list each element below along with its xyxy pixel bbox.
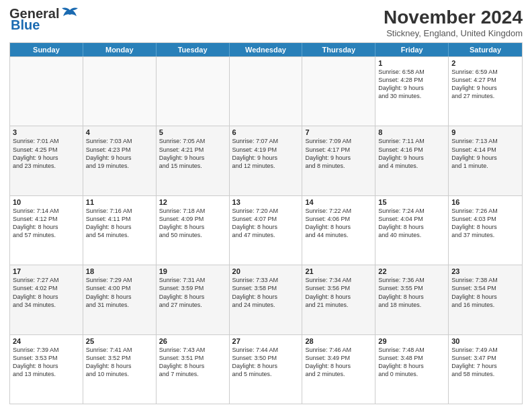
cal-cell-empty-1	[83, 57, 157, 126]
cell-info: Sunrise: 7:01 AM Sunset: 4:25 PM Dayligh…	[13, 137, 80, 170]
day-number: 8	[378, 128, 445, 136]
cell-info: Sunrise: 6:59 AM Sunset: 4:27 PM Dayligh…	[451, 68, 519, 101]
day-number: 3	[13, 128, 80, 136]
cal-cell-16: 16Sunrise: 7:26 AM Sunset: 4:03 PM Dayli…	[449, 196, 522, 265]
cell-info: Sunrise: 7:20 AM Sunset: 4:07 PM Dayligh…	[232, 207, 300, 240]
calendar-body: 1Sunrise: 6:58 AM Sunset: 4:28 PM Daylig…	[10, 56, 522, 404]
cal-cell-12: 12Sunrise: 7:18 AM Sunset: 4:09 PM Dayli…	[157, 196, 230, 265]
logo: General Blue	[9, 7, 79, 33]
day-number: 7	[305, 128, 372, 136]
cal-cell-11: 11Sunrise: 7:16 AM Sunset: 4:11 PM Dayli…	[83, 196, 157, 265]
day-number: 23	[451, 267, 519, 275]
cell-info: Sunrise: 7:49 AM Sunset: 3:47 PM Dayligh…	[451, 346, 519, 379]
cell-info: Sunrise: 7:29 AM Sunset: 4:00 PM Dayligh…	[86, 276, 153, 309]
cal-cell-24: 24Sunrise: 7:39 AM Sunset: 3:53 PM Dayli…	[10, 335, 83, 404]
location: Stickney, England, United Kingdom	[384, 28, 523, 38]
day-number: 14	[305, 198, 372, 206]
calendar-row-2: 10Sunrise: 7:14 AM Sunset: 4:12 PM Dayli…	[10, 195, 522, 265]
calendar-row-1: 3Sunrise: 7:01 AM Sunset: 4:25 PM Daylig…	[10, 126, 522, 195]
logo-blue: Blue	[11, 17, 40, 33]
cal-cell-25: 25Sunrise: 7:41 AM Sunset: 3:52 PM Dayli…	[83, 335, 157, 404]
cal-cell-5: 5Sunrise: 7:05 AM Sunset: 4:21 PM Daylig…	[157, 126, 230, 195]
cell-info: Sunrise: 7:46 AM Sunset: 3:49 PM Dayligh…	[305, 346, 372, 379]
calendar-row-4: 24Sunrise: 7:39 AM Sunset: 3:53 PM Dayli…	[10, 334, 522, 404]
cal-cell-23: 23Sunrise: 7:38 AM Sunset: 3:54 PM Dayli…	[449, 265, 522, 334]
day-number: 17	[13, 267, 80, 275]
cal-cell-empty-4	[302, 57, 375, 126]
day-number: 1	[378, 59, 445, 67]
cell-info: Sunrise: 7:03 AM Sunset: 4:23 PM Dayligh…	[86, 137, 153, 170]
cal-cell-empty-3	[230, 57, 303, 126]
cal-cell-20: 20Sunrise: 7:33 AM Sunset: 3:58 PM Dayli…	[230, 265, 303, 334]
month-title: November 2024	[384, 7, 523, 28]
calendar-row-0: 1Sunrise: 6:58 AM Sunset: 4:28 PM Daylig…	[10, 56, 522, 126]
cal-cell-empty-0	[10, 57, 83, 126]
day-number: 27	[232, 337, 300, 345]
cal-cell-26: 26Sunrise: 7:43 AM Sunset: 3:51 PM Dayli…	[157, 335, 230, 404]
cal-cell-4: 4Sunrise: 7:03 AM Sunset: 4:23 PM Daylig…	[83, 126, 157, 195]
cell-info: Sunrise: 7:31 AM Sunset: 3:59 PM Dayligh…	[159, 276, 226, 309]
cell-info: Sunrise: 7:43 AM Sunset: 3:51 PM Dayligh…	[159, 346, 226, 379]
calendar-row-3: 17Sunrise: 7:27 AM Sunset: 4:02 PM Dayli…	[10, 265, 522, 334]
day-number: 11	[86, 198, 153, 206]
calendar: SundayMondayTuesdayWednesdayThursdayFrid…	[9, 42, 523, 404]
cal-cell-27: 27Sunrise: 7:44 AM Sunset: 3:50 PM Dayli…	[230, 335, 303, 404]
day-number: 21	[305, 267, 372, 275]
day-number: 9	[451, 128, 519, 136]
day-header-sunday: Sunday	[10, 43, 83, 56]
day-number: 19	[159, 267, 226, 275]
cal-cell-13: 13Sunrise: 7:20 AM Sunset: 4:07 PM Dayli…	[230, 196, 303, 265]
cal-cell-21: 21Sunrise: 7:34 AM Sunset: 3:56 PM Dayli…	[302, 265, 375, 334]
day-number: 2	[451, 59, 519, 67]
cal-cell-6: 6Sunrise: 7:07 AM Sunset: 4:19 PM Daylig…	[230, 126, 303, 195]
cell-info: Sunrise: 7:16 AM Sunset: 4:11 PM Dayligh…	[86, 207, 153, 240]
day-number: 10	[13, 198, 80, 206]
cal-cell-10: 10Sunrise: 7:14 AM Sunset: 4:12 PM Dayli…	[10, 196, 83, 265]
cal-cell-1: 1Sunrise: 6:58 AM Sunset: 4:28 PM Daylig…	[375, 57, 449, 126]
day-number: 22	[378, 267, 445, 275]
logo-bird-icon	[60, 7, 79, 20]
cal-cell-8: 8Sunrise: 7:11 AM Sunset: 4:16 PM Daylig…	[375, 126, 449, 195]
cal-cell-28: 28Sunrise: 7:46 AM Sunset: 3:49 PM Dayli…	[302, 335, 375, 404]
day-number: 15	[378, 198, 445, 206]
day-number: 20	[232, 267, 300, 275]
cal-cell-30: 30Sunrise: 7:49 AM Sunset: 3:47 PM Dayli…	[449, 335, 522, 404]
day-number: 29	[378, 337, 445, 345]
day-number: 25	[86, 337, 153, 345]
cell-info: Sunrise: 7:24 AM Sunset: 4:04 PM Dayligh…	[378, 207, 445, 240]
cell-info: Sunrise: 7:13 AM Sunset: 4:14 PM Dayligh…	[451, 137, 519, 170]
cell-info: Sunrise: 7:39 AM Sunset: 3:53 PM Dayligh…	[13, 346, 80, 379]
day-number: 16	[451, 198, 519, 206]
cell-info: Sunrise: 7:18 AM Sunset: 4:09 PM Dayligh…	[159, 207, 226, 240]
day-number: 4	[86, 128, 153, 136]
cell-info: Sunrise: 7:36 AM Sunset: 3:55 PM Dayligh…	[378, 276, 445, 309]
day-number: 5	[159, 128, 226, 136]
day-number: 28	[305, 337, 372, 345]
day-header-wednesday: Wednesday	[230, 43, 303, 56]
cal-cell-7: 7Sunrise: 7:09 AM Sunset: 4:17 PM Daylig…	[302, 126, 375, 195]
page: General Blue November 2024 Stickney, Eng…	[0, 0, 532, 411]
day-number: 13	[232, 198, 300, 206]
cal-cell-19: 19Sunrise: 7:31 AM Sunset: 3:59 PM Dayli…	[157, 265, 230, 334]
day-header-thursday: Thursday	[302, 43, 375, 56]
cal-cell-14: 14Sunrise: 7:22 AM Sunset: 4:06 PM Dayli…	[302, 196, 375, 265]
cell-info: Sunrise: 7:14 AM Sunset: 4:12 PM Dayligh…	[13, 207, 80, 240]
cal-cell-15: 15Sunrise: 7:24 AM Sunset: 4:04 PM Dayli…	[375, 196, 449, 265]
header: General Blue November 2024 Stickney, Eng…	[9, 7, 523, 38]
cell-info: Sunrise: 7:22 AM Sunset: 4:06 PM Dayligh…	[305, 207, 372, 240]
cal-cell-22: 22Sunrise: 7:36 AM Sunset: 3:55 PM Dayli…	[375, 265, 449, 334]
day-number: 12	[159, 198, 226, 206]
cell-info: Sunrise: 7:33 AM Sunset: 3:58 PM Dayligh…	[232, 276, 300, 309]
cal-cell-17: 17Sunrise: 7:27 AM Sunset: 4:02 PM Dayli…	[10, 265, 83, 334]
cal-cell-2: 2Sunrise: 6:59 AM Sunset: 4:27 PM Daylig…	[449, 57, 522, 126]
cell-info: Sunrise: 7:27 AM Sunset: 4:02 PM Dayligh…	[13, 276, 80, 309]
calendar-header: SundayMondayTuesdayWednesdayThursdayFrid…	[10, 43, 522, 56]
day-number: 26	[159, 337, 226, 345]
cell-info: Sunrise: 7:38 AM Sunset: 3:54 PM Dayligh…	[451, 276, 519, 309]
day-header-tuesday: Tuesday	[157, 43, 230, 56]
day-header-saturday: Saturday	[449, 43, 522, 56]
cell-info: Sunrise: 7:07 AM Sunset: 4:19 PM Dayligh…	[232, 137, 300, 170]
cal-cell-18: 18Sunrise: 7:29 AM Sunset: 4:00 PM Dayli…	[83, 265, 157, 334]
cal-cell-3: 3Sunrise: 7:01 AM Sunset: 4:25 PM Daylig…	[10, 126, 83, 195]
day-number: 18	[86, 267, 153, 275]
